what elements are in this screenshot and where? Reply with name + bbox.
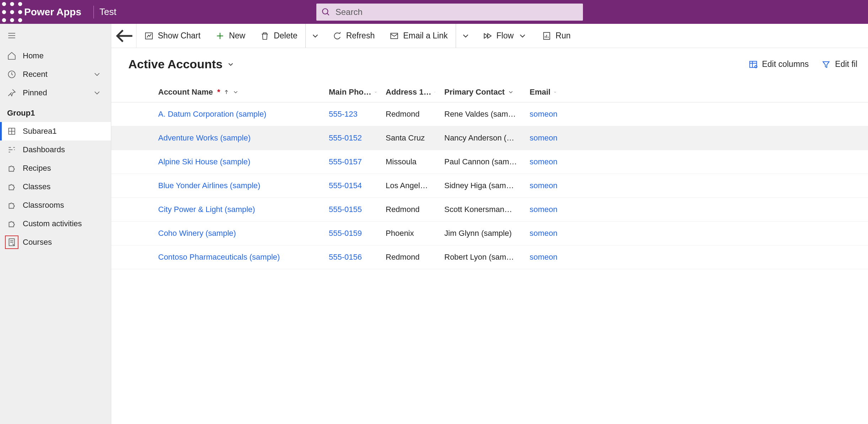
table-row[interactable]: City Power & Light (sample)555-0155Redmo… (111, 198, 868, 222)
table-row[interactable]: Adventure Works (sample)555-0152Santa Cr… (111, 126, 868, 150)
table-row[interactable]: Coho Winery (sample)555-0159PhoenixJim G… (111, 222, 868, 245)
col-address-city[interactable]: Address 1… (381, 88, 440, 97)
nav-home[interactable]: Home (0, 47, 111, 65)
svg-point-4 (10, 10, 14, 14)
sidebar-item-recipes[interactable]: Recipes (0, 159, 111, 177)
delete-more-button[interactable] (305, 24, 325, 48)
email-more-button[interactable] (456, 24, 475, 48)
required-indicator: * (217, 88, 220, 97)
account-link[interactable]: Adventure Works (sample) (158, 133, 251, 143)
command-bar: Show Chart New Delete Refresh Email a Li… (111, 24, 868, 48)
email-link[interactable]: someon (530, 253, 557, 262)
contact-cell: Jim Glynn (sample) (440, 229, 525, 238)
chevron-down-icon (518, 31, 527, 41)
flow-button[interactable]: Flow (476, 24, 535, 48)
delete-button[interactable]: Delete (253, 24, 304, 48)
city-cell: Redmond (381, 110, 440, 119)
sidebar-item-label: Subarea1 (23, 127, 57, 136)
main-content: Show Chart New Delete Refresh Email a Li… (111, 24, 868, 424)
phone-link[interactable]: 555-0152 (329, 133, 362, 143)
email-link[interactable]: someon (530, 181, 557, 190)
cmd-label: Email a Link (403, 31, 448, 41)
chevron-down-icon (508, 89, 514, 95)
nav-label: Home (23, 51, 44, 60)
chevron-down-icon (92, 70, 102, 79)
email-link[interactable]: someon (530, 229, 557, 238)
chevron-down-icon (92, 88, 102, 97)
nav-group-label: Group1 (0, 102, 111, 122)
search-input[interactable] (331, 7, 578, 17)
phone-link[interactable]: 555-0157 (329, 157, 362, 166)
email-link[interactable]: someon (530, 205, 557, 214)
email-link[interactable]: someon (530, 133, 557, 143)
edit-filters-button[interactable]: Edit fil (821, 59, 857, 69)
sidebar-item-custom-activities[interactable]: Custom activities (0, 214, 111, 233)
app-name[interactable]: Power Apps (24, 6, 88, 18)
nav-pinned[interactable]: Pinned (0, 84, 111, 102)
svg-point-9 (322, 9, 328, 14)
puzzle-icon (7, 164, 16, 173)
city-cell: Missoula (381, 157, 440, 166)
hamburger-button[interactable] (0, 26, 111, 47)
email-link-button[interactable]: Email a Link (382, 24, 455, 48)
city-cell: Redmond (381, 205, 440, 214)
sidebar-item-label: Custom activities (23, 219, 82, 228)
sidebar-item-classes[interactable]: Classes (0, 177, 111, 196)
back-button[interactable] (113, 24, 136, 48)
app-launcher-button[interactable] (0, 0, 24, 24)
environment-name[interactable]: Test (100, 6, 117, 17)
sidebar-item-dashboards[interactable]: Dashboards (0, 141, 111, 159)
phone-link[interactable]: 555-0159 (329, 229, 362, 238)
svg-point-6 (2, 18, 6, 22)
account-link[interactable]: A. Datum Corporation (sample) (158, 110, 266, 119)
col-label: Address 1… (386, 88, 431, 97)
col-email[interactable]: Email (525, 88, 561, 97)
show-chart-button[interactable]: Show Chart (137, 24, 208, 48)
chevron-down-icon (553, 89, 557, 95)
svg-point-2 (18, 2, 22, 6)
account-link[interactable]: Alpine Ski House (sample) (158, 157, 250, 166)
email-link[interactable]: someon (530, 157, 557, 166)
header-divider (93, 6, 94, 18)
trash-icon (260, 31, 269, 41)
account-link[interactable]: Coho Winery (sample) (158, 229, 236, 238)
phone-link[interactable]: 555-0156 (329, 253, 362, 262)
form-icon (5, 235, 18, 249)
account-link[interactable]: Contoso Pharmaceuticals (sample) (158, 253, 280, 262)
refresh-button[interactable]: Refresh (326, 24, 382, 48)
edit-columns-button[interactable]: Edit columns (749, 59, 809, 69)
global-search[interactable] (316, 4, 583, 21)
account-link[interactable]: City Power & Light (sample) (158, 205, 255, 214)
sidebar-item-classrooms[interactable]: Classrooms (0, 196, 111, 214)
account-link[interactable]: Blue Yonder Airlines (sample) (158, 181, 260, 190)
label: Edit fil (835, 59, 857, 69)
phone-link[interactable]: 555-0155 (329, 205, 362, 214)
email-link[interactable]: someon (530, 110, 557, 119)
plus-icon (215, 31, 225, 41)
run-report-button[interactable]: Run (535, 24, 578, 48)
col-account-name[interactable]: Account Name * (154, 88, 325, 97)
table-row[interactable]: Blue Yonder Airlines (sample)555-0154Los… (111, 174, 868, 198)
sort-asc-icon (223, 89, 230, 95)
col-label: Primary Contact (444, 88, 505, 97)
contact-cell: Paul Cannon (sam… (440, 157, 525, 166)
col-primary-contact[interactable]: Primary Contact (440, 88, 525, 97)
sidebar-item-courses[interactable]: Courses (0, 233, 111, 251)
view-selector[interactable]: Active Accounts (128, 57, 235, 71)
sidebar-item-label: Classes (23, 182, 50, 191)
new-button[interactable]: New (208, 24, 252, 48)
report-icon (542, 31, 551, 41)
chevron-down-icon (434, 89, 436, 95)
sidebar-item-subarea1[interactable]: Subarea1 (0, 122, 111, 141)
search-icon (321, 7, 331, 17)
nav-recent[interactable]: Recent (0, 65, 111, 84)
phone-link[interactable]: 555-123 (329, 110, 358, 119)
city-cell: Los Angel… (381, 181, 440, 190)
phone-link[interactable]: 555-0154 (329, 181, 362, 190)
sidebar: Home Recent Pinned Group1 Subarea1Dashbo… (0, 24, 111, 424)
table-row[interactable]: Alpine Ski House (sample)555-0157Missoul… (111, 150, 868, 174)
table-row[interactable]: Contoso Pharmaceuticals (sample)555-0156… (111, 245, 868, 269)
col-main-phone[interactable]: Main Pho… (325, 88, 381, 97)
svg-point-7 (10, 18, 14, 22)
table-row[interactable]: A. Datum Corporation (sample)555-123Redm… (111, 102, 868, 126)
